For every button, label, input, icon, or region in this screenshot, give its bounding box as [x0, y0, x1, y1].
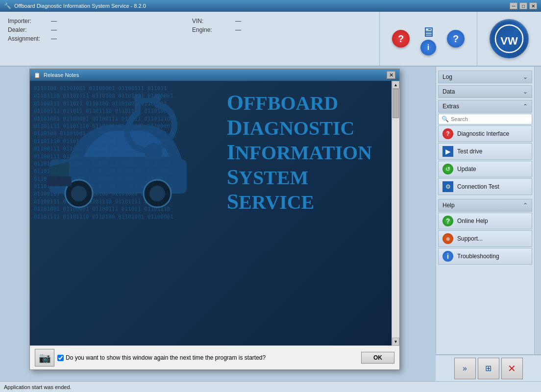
- test-drive-label: Test drive: [457, 148, 482, 155]
- svg-text:VW: VW: [500, 35, 518, 47]
- sidebar-help-header[interactable]: Help ⌃: [438, 199, 532, 212]
- forward-button[interactable]: »: [454, 358, 476, 379]
- screenshot-button[interactable]: 📷: [35, 349, 54, 367]
- modal-close-button[interactable]: ✕: [387, 71, 395, 79]
- engine-row: Engine: —: [192, 26, 371, 33]
- sidebar-bottom-toolbar: » ⊞ ✕: [436, 354, 541, 381]
- support-icon: ⊕: [443, 233, 453, 244]
- info-icon: i: [420, 40, 436, 55]
- header-icon-area: ? 🖥 i ?: [379, 12, 477, 66]
- sidebar-item-online-help[interactable]: ? Online Help: [438, 213, 532, 229]
- test-drive-icon: ▶: [443, 146, 453, 157]
- scrollbar-up-button[interactable]: ▲: [392, 81, 399, 89]
- diagnostic-interface-label: Diagnostic Interface: [457, 130, 509, 137]
- search-input[interactable]: [451, 116, 529, 122]
- checkbox-text: Do you want to show this window again th…: [66, 354, 266, 361]
- sidebar-data-header[interactable]: Data ⌄: [438, 85, 532, 98]
- assignment-label: Assignment:: [8, 35, 47, 42]
- dealer-label: Dealer:: [8, 26, 47, 33]
- help-button[interactable]: ?: [390, 28, 412, 49]
- engine-value: —: [235, 26, 241, 33]
- connection-icon: ⚙: [443, 181, 453, 192]
- online-help-label: Online Help: [457, 218, 488, 224]
- sidebar-item-support[interactable]: ⊕ Support...: [438, 230, 532, 247]
- sidebar-search-box[interactable]: 🔍: [438, 114, 532, 124]
- show-again-checkbox[interactable]: [57, 355, 64, 361]
- computer-icon: 🖥: [418, 22, 438, 42]
- sidebar-item-troubleshooting[interactable]: i Troubleshooting: [438, 248, 532, 265]
- support-label: Support...: [457, 235, 483, 242]
- question-red-icon: ?: [392, 30, 410, 48]
- info-button[interactable]: i: [418, 42, 439, 53]
- modal-title-icon: 📋: [34, 72, 41, 78]
- question-button[interactable]: ?: [445, 28, 467, 49]
- close-icon: ✕: [508, 363, 516, 374]
- modal-title-text: Release Notes: [44, 72, 79, 78]
- modal-scrollbar[interactable]: ▲ ▼: [392, 81, 399, 345]
- odis-line1: OFFBOARD: [227, 92, 339, 114]
- scrollbar-down-button[interactable]: ▼: [392, 338, 399, 345]
- right-info-block: VIN: — Engine: —: [190, 16, 373, 62]
- main-area: 📋 Release Notes ✕ 0110100 01101001 01100…: [0, 67, 541, 381]
- sidebar-log-header[interactable]: Log ⌄: [438, 71, 532, 83]
- sidebar-item-test-drive[interactable]: ▶ Test drive: [438, 143, 532, 160]
- sidebar-extras-header[interactable]: Extras ⌃: [438, 100, 532, 113]
- odis-splash-image: 0110100 01101001 01100001 01100111 01101…: [30, 81, 392, 345]
- close-window-button[interactable]: ✕: [529, 2, 537, 9]
- search-icon: 🔍: [442, 116, 449, 122]
- data-section-title: Data: [443, 88, 455, 95]
- connection-test-label: Connection Test: [457, 183, 499, 190]
- importer-label: Importer:: [8, 18, 47, 24]
- help-chevron-icon: ⌃: [523, 202, 528, 209]
- modal-footer: 📷 Do you want to show this window again …: [30, 345, 399, 369]
- modal-title-left: 📋 Release Notes: [34, 72, 79, 78]
- extras-section-title: Extras: [443, 103, 459, 110]
- sidebar-content: Log ⌄ Data ⌄ Extras ⌃ 🔍 ? Diagnostic I: [436, 67, 541, 381]
- title-bar: 🔧 Offboard Diagnostic Information System…: [0, 0, 541, 12]
- diagnostic-interface-icon: ?: [443, 128, 453, 139]
- troubleshoot-icon: i: [443, 251, 453, 262]
- odis-line2: DIAGNOSTIC: [227, 117, 355, 139]
- modal-inner-content: 0110100 01101001 01100001 01100111 01101…: [30, 81, 392, 345]
- svg-rect-7: [47, 176, 72, 186]
- scrollbar-thumb[interactable]: [393, 89, 399, 118]
- ok-button[interactable]: OK: [361, 352, 394, 364]
- close-app-button[interactable]: ✕: [501, 358, 523, 379]
- vw-logo-svg: VW: [494, 24, 524, 53]
- log-section-title: Log: [443, 74, 452, 80]
- help-section-title: Help: [443, 202, 455, 209]
- network-button[interactable]: 🖥: [418, 24, 439, 40]
- svg-point-10: [153, 94, 161, 102]
- sidebar-item-update[interactable]: ↺ Update: [438, 161, 532, 177]
- modal-content: 0110100 01101001 01100001 01100111 01101…: [30, 81, 399, 345]
- status-text: Application start was ended.: [4, 384, 72, 390]
- header: Importer: — Dealer: — Assignment: — VIN:…: [0, 12, 541, 67]
- minimize-button[interactable]: ─: [510, 2, 517, 9]
- svg-point-11: [145, 143, 162, 161]
- modal-footer-left: 📷 Do you want to show this window again …: [35, 349, 266, 367]
- sidebar-item-diagnostic-interface[interactable]: ? Diagnostic Interface: [438, 125, 532, 142]
- vin-label: VIN:: [192, 18, 231, 24]
- odis-line5: SERVICE: [227, 191, 315, 213]
- assignment-value: —: [51, 35, 57, 42]
- sidebar-scrollbar[interactable]: [534, 67, 541, 381]
- update-label: Update: [457, 166, 476, 172]
- left-content: 📋 Release Notes ✕ 0110100 01101001 01100…: [0, 67, 436, 381]
- sidebar-item-connection-test[interactable]: ⚙ Connection Test: [438, 178, 532, 195]
- vin-row: VIN: —: [192, 18, 371, 24]
- vw-logo-area: VW: [477, 12, 541, 66]
- online-help-icon: ?: [443, 216, 453, 226]
- troubleshooting-label: Troubleshooting: [457, 253, 499, 260]
- maximize-button[interactable]: □: [519, 2, 527, 9]
- window-title: Offboard Diagnostic Information System S…: [14, 3, 146, 9]
- svg-point-6: [149, 186, 165, 201]
- header-info: Importer: — Dealer: — Assignment: — VIN:…: [0, 12, 379, 66]
- odis-title: OFFBOARD DIAGNOSTIC INFORMATION SYSTEM S…: [227, 91, 372, 215]
- importer-row: Importer: —: [8, 18, 187, 24]
- grid-button[interactable]: ⊞: [478, 358, 499, 379]
- right-sidebar: Log ⌄ Data ⌄ Extras ⌃ 🔍 ? Diagnostic I: [436, 67, 541, 381]
- dealer-value: —: [51, 26, 57, 33]
- svg-point-9: [134, 94, 142, 102]
- show-again-checkbox-label[interactable]: Do you want to show this window again th…: [57, 354, 266, 361]
- question-blue-icon: ?: [447, 30, 465, 48]
